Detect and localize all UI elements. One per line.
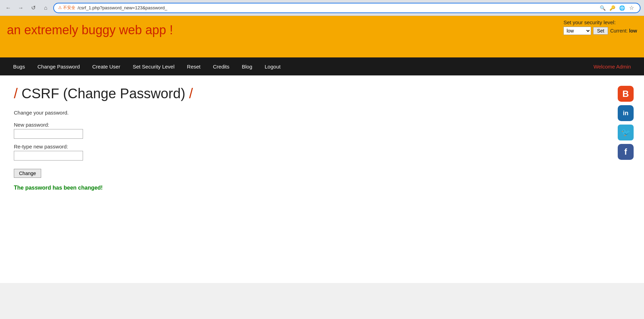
- new-password-label: New password:: [14, 122, 630, 128]
- resize-handle[interactable]: [637, 312, 644, 319]
- home-button[interactable]: ⌂: [41, 3, 50, 13]
- site-header: an extremely buggy web app ! Set your se…: [0, 16, 644, 57]
- security-panel-label: Set your security level:: [563, 19, 637, 25]
- current-level-display: Current: low: [610, 28, 637, 34]
- nav-item-logout[interactable]: Logout: [258, 57, 287, 75]
- social-panel: B in 🐦 f: [618, 86, 634, 160]
- url-display: /csrf_1.php?password_new=123&password_: [77, 5, 596, 10]
- change-password-form: Change your password. New password: Re-t…: [14, 110, 630, 191]
- security-level-select[interactable]: low medium high: [563, 27, 591, 35]
- change-button[interactable]: Change: [14, 169, 41, 178]
- address-bar[interactable]: ⚠ 不安全 /csrf_1.php?password_new=123&passw…: [53, 3, 641, 13]
- facebook-icon[interactable]: f: [618, 144, 634, 160]
- forward-button[interactable]: →: [16, 3, 26, 13]
- lens-icon[interactable]: 🔍: [598, 4, 607, 12]
- form-description: Change your password.: [14, 110, 630, 116]
- new-password-input[interactable]: [14, 129, 83, 139]
- translate-icon[interactable]: 🌐: [618, 4, 626, 12]
- nav-item-change-password[interactable]: Change Password: [31, 57, 86, 75]
- main-content: / CSRF (Change Password) / Change your p…: [0, 75, 644, 283]
- nav-item-credits[interactable]: Credits: [207, 57, 236, 75]
- title-post-slash: /: [189, 86, 193, 101]
- success-message: The password has been changed!: [14, 185, 630, 191]
- nav-item-welcome-admin: Welcome Admin: [587, 57, 637, 75]
- security-panel: Set your security level: low medium high…: [563, 19, 637, 35]
- retype-password-input[interactable]: [14, 151, 83, 161]
- nav-item-reset[interactable]: Reset: [181, 57, 207, 75]
- reload-button[interactable]: ↺: [28, 3, 38, 13]
- main-nav: Bugs Change Password Create User Set Sec…: [0, 57, 644, 75]
- nav-item-create-user[interactable]: Create User: [86, 57, 127, 75]
- security-set-button[interactable]: Set: [593, 27, 608, 35]
- new-password-group: New password:: [14, 122, 630, 139]
- twitter-icon[interactable]: 🐦: [618, 125, 634, 140]
- retype-password-group: Re-type new password:: [14, 144, 630, 161]
- nav-item-blog[interactable]: Blog: [236, 57, 258, 75]
- title-pre-slash: /: [14, 86, 18, 101]
- address-bar-icons: 🔍 🔑 🌐 ☆: [598, 4, 636, 12]
- key-icon[interactable]: 🔑: [608, 4, 616, 12]
- bookmark-icon[interactable]: ☆: [627, 4, 636, 12]
- back-button[interactable]: ←: [3, 3, 13, 13]
- retype-password-label: Re-type new password:: [14, 144, 630, 149]
- nav-item-set-security-level[interactable]: Set Security Level: [127, 57, 181, 75]
- browser-chrome: ← → ↺ ⌂ ⚠ 不安全 /csrf_1.php?password_new=1…: [0, 0, 644, 16]
- linkedin-icon[interactable]: in: [618, 105, 634, 121]
- page-title: / CSRF (Change Password) /: [14, 86, 630, 101]
- title-text: CSRF (Change Password): [18, 86, 189, 101]
- site-tagline: an extremely buggy web app !: [7, 23, 637, 37]
- blogger-icon[interactable]: B: [618, 86, 634, 102]
- security-warning: ⚠ 不安全: [58, 5, 75, 11]
- nav-item-bugs[interactable]: Bugs: [7, 57, 31, 75]
